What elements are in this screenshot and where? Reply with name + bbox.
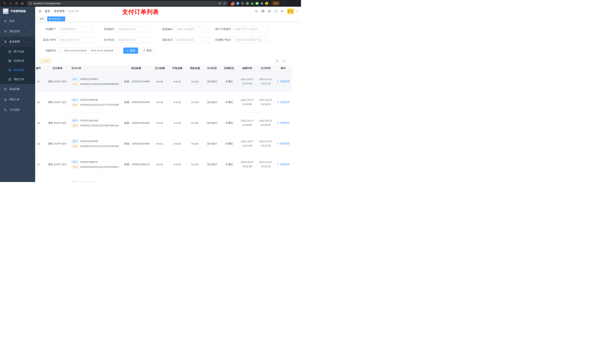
grid-icon: [8, 59, 11, 62]
fullscreen-icon[interactable]: [274, 10, 278, 13]
reset-button[interactable]: 重置: [140, 48, 155, 54]
home-icon[interactable]: [20, 1, 25, 6]
forward-icon[interactable]: [8, 1, 13, 6]
extension-colorful-icon[interactable]: 10: [231, 2, 235, 5]
table-row: 16商户1635311161251支付: [35, 175, 291, 182]
tab-pay-order[interactable]: 支付订单×: [47, 16, 65, 21]
export-button[interactable]: 导出: [39, 58, 52, 63]
pay-order-cell: 商户1635311161251支付: [69, 175, 121, 182]
extension-dark-icon[interactable]: [260, 2, 263, 5]
close-icon[interactable]: ×: [62, 18, 63, 20]
pay-time-cell: [256, 175, 275, 182]
filter-select[interactable]: 请选择订单回调商户状态: [233, 37, 268, 43]
breadcrumb-item[interactable]: 支付管理: [54, 10, 64, 13]
bookmark-star-icon[interactable]: [223, 2, 226, 5]
app-logo[interactable]: 芋道管理系统: [0, 7, 35, 16]
browser-update-button[interactable]: 更新: [271, 1, 280, 6]
filter-field: 支付状态请选择支付状态: [94, 37, 152, 43]
refund-cell: ¥ 0.00: [186, 133, 204, 154]
filter-input[interactable]: 请选择所属商户: [58, 26, 93, 32]
view-detail-link[interactable]: 查看详情: [277, 121, 290, 125]
filter-label: 退款状态: [152, 38, 175, 42]
placeholder-text: 请选择订单回调商户状态: [235, 38, 263, 42]
extension-chat-icon[interactable]: [256, 2, 258, 5]
filter-label: 渠道编码: [152, 28, 175, 31]
filter-input[interactable]: 请输入商户订单编号: [233, 26, 268, 32]
sidebar-item-workflow[interactable]: 工作流程: [0, 105, 35, 115]
github-icon[interactable]: [261, 10, 265, 13]
channel-cell: [45, 175, 69, 182]
filter-field: 退款状态请选择退款状态: [152, 37, 210, 43]
search-button[interactable]: 搜索: [123, 48, 138, 54]
extension-gray-icon[interactable]: [241, 2, 244, 5]
column-header: 创建时间: [238, 65, 256, 71]
sidebar: 芋道管理系统 首页系统管理支付管理商户信息应用信息支付订单退款订单基础设施研发工…: [0, 7, 35, 182]
merchant-tag: 商户: [71, 139, 79, 143]
avatar-caret-icon[interactable]: [296, 10, 298, 12]
filter-select[interactable]: 请选择支付状态: [117, 37, 152, 43]
search-icon: [277, 101, 279, 104]
merchant-order-no: 1635311881440: [80, 119, 98, 122]
amount-cell: ¥ 0.01: [151, 92, 168, 113]
chevron-down-icon: [30, 30, 32, 32]
pay-order-no: 4200001167202110271022491439: [80, 145, 119, 148]
sidebar-item-pay-order[interactable]: 支付订单: [0, 65, 35, 75]
browser-chrome: localhost:1024/pay/order 10 更新: [0, 0, 301, 7]
site-info-icon[interactable]: [29, 2, 32, 5]
date-range-picker[interactable]: 2021-10-01 00:00:00 - 2021-10-31 23:59:5…: [58, 48, 120, 54]
sidebar-item-dev-tools[interactable]: 研发工具: [0, 94, 35, 105]
extension-olive-icon[interactable]: [246, 2, 249, 5]
view-detail-link[interactable]: 查看详情: [277, 142, 290, 145]
tool-icon: [4, 98, 7, 101]
filter-select[interactable]: 请选择退款状态: [175, 37, 210, 43]
sidebar-item-refund-order[interactable]: 退款订单: [0, 75, 35, 84]
breadcrumb-separator: /: [66, 10, 67, 13]
pay-order-line: 支付4200001167202110271022491439: [71, 144, 121, 148]
browser-menu-icon[interactable]: [281, 1, 286, 6]
extension-check-icon[interactable]: [251, 2, 254, 5]
filter-select[interactable]: 请输入渠道编码: [175, 26, 210, 32]
fee-cell: ¥ 0.00: [168, 113, 186, 133]
view-detail-label: 查看详情: [280, 142, 290, 145]
avatar[interactable]: [287, 9, 294, 14]
hamburger-icon[interactable]: [38, 10, 42, 13]
view-detail-link[interactable]: 查看详情: [277, 163, 290, 166]
sidebar-item-payment[interactable]: 支付管理: [0, 37, 35, 47]
filter-label: 商户订单编号: [211, 28, 233, 31]
sidebar-item-system[interactable]: 系统管理: [0, 26, 35, 37]
search-icon[interactable]: [255, 10, 258, 13]
column-header: 支付时间: [256, 65, 275, 71]
share-icon[interactable]: [218, 2, 221, 5]
fee-cell: [168, 175, 186, 182]
extension-pin-icon[interactable]: [236, 2, 239, 5]
view-detail-link[interactable]: 查看详情: [277, 80, 290, 83]
docs-question-icon[interactable]: [268, 10, 271, 13]
view-detail-link[interactable]: 查看详情: [277, 101, 290, 104]
chevron-down-icon: [30, 109, 32, 111]
breadcrumb-item[interactable]: 首页: [45, 10, 50, 13]
clock-icon: [60, 49, 63, 52]
back-icon[interactable]: [2, 1, 7, 6]
pay-order-cell: 商户1635311881440支付42000011732021102728479…: [69, 113, 121, 133]
font-size-icon[interactable]: [281, 10, 284, 13]
pay-tag: 支付: [71, 144, 79, 148]
gear-icon: [4, 30, 7, 33]
refresh-table-button[interactable]: [281, 58, 286, 63]
sidebar-item-label: 基础设施: [9, 87, 20, 91]
toggle-search-button[interactable]: [275, 58, 280, 63]
sidebar-item-app-info[interactable]: 应用信息: [0, 56, 35, 65]
url-bar[interactable]: localhost:1024/pay/order: [27, 1, 228, 6]
tab-home[interactable]: 首页: [38, 16, 46, 21]
filter-input[interactable]: 请输入渠道订单号: [58, 37, 93, 43]
date-line: 2021-10-27: [238, 98, 256, 102]
id-cell: 21: [35, 71, 45, 92]
extension-emoji-icon[interactable]: [265, 2, 268, 5]
sidebar-item-merchant-info[interactable]: 商户信息: [0, 47, 35, 56]
sidebar-item-home[interactable]: 首页: [0, 16, 35, 26]
sidebar-item-infrastructure[interactable]: 基础设施: [0, 84, 35, 94]
reload-icon[interactable]: [14, 1, 19, 6]
date-end-value: 2021-10-31 23:59:59: [91, 49, 113, 52]
filter-select[interactable]: 请选择应用信息: [117, 26, 152, 32]
breadcrumb-item: 支付订单: [68, 10, 79, 13]
merchant-order-line: 商户1635311949168: [71, 98, 121, 102]
